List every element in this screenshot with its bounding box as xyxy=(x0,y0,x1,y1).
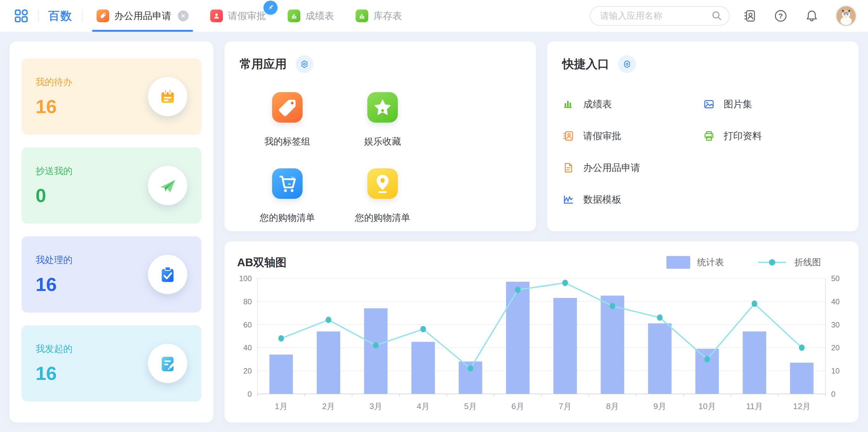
svg-text:4月: 4月 xyxy=(417,402,430,411)
stat-label: 我发起的 xyxy=(36,343,72,355)
legend-bar-swatch xyxy=(666,256,690,269)
app-label: 娱乐收藏 xyxy=(364,135,401,148)
user-avatar[interactable] xyxy=(836,5,857,26)
bar-chart-icon xyxy=(355,9,368,22)
quick-entry-label: 图片集 xyxy=(724,98,752,111)
legend-line-symbol xyxy=(757,258,787,267)
svg-text:20: 20 xyxy=(243,367,252,375)
stat-text: 我发起的 16 xyxy=(36,343,72,384)
svg-text:100: 100 xyxy=(239,274,252,283)
tab-inventory-sheet[interactable]: 库存表 xyxy=(351,0,406,32)
settings-gear-icon[interactable] xyxy=(618,55,636,73)
legend-label: 折线图 xyxy=(794,256,821,268)
svg-text:6月: 6月 xyxy=(512,402,524,411)
svg-text:20: 20 xyxy=(831,343,840,352)
quick-entry-label: 成绩表 xyxy=(583,98,612,111)
app-shopping-list-pin[interactable]: 您的购物清单 xyxy=(335,168,430,224)
svg-text:9月: 9月 xyxy=(653,402,666,411)
person-icon xyxy=(210,9,223,22)
quick-entry-panel: 快捷入口 成绩表 请假审批 办公用品申请 数据模板 xyxy=(547,41,859,231)
quick-entry-header: 快捷入口 xyxy=(562,55,843,73)
svg-text:8月: 8月 xyxy=(606,402,619,411)
svg-text:50: 50 xyxy=(831,274,840,283)
svg-text:40: 40 xyxy=(243,343,252,352)
stat-card-cc-to-me[interactable]: 抄送我的 0 xyxy=(22,147,201,224)
section-title: 常用应用 xyxy=(240,56,287,72)
stat-value: 16 xyxy=(36,363,72,384)
stat-text: 抄送我的 0 xyxy=(36,165,72,206)
cart-icon xyxy=(272,168,303,199)
quick-entry-label: 打印资料 xyxy=(724,129,762,143)
search-input[interactable] xyxy=(590,6,730,26)
app-entertainment-favorites[interactable]: 娱乐收藏 xyxy=(335,92,430,148)
quick-entry-office-supplies[interactable]: 办公用品申请 xyxy=(562,152,703,183)
tag-icon xyxy=(96,9,109,22)
notifications-bell-icon[interactable] xyxy=(805,8,819,23)
legend-line-series[interactable]: 折线图 xyxy=(757,256,821,268)
document-icon xyxy=(562,162,574,174)
common-apps-panel: 常用应用 我的标签组 娱乐收藏 您的购物清单 您的购 xyxy=(224,41,536,231)
stat-value: 16 xyxy=(36,96,72,118)
quick-entry-label: 办公用品申请 xyxy=(583,161,640,174)
quick-entry-score-sheet[interactable]: 成绩表 xyxy=(562,88,703,120)
memo-icon xyxy=(148,77,187,116)
settings-gear-icon[interactable] xyxy=(296,55,313,73)
svg-text:10: 10 xyxy=(831,367,840,375)
legend-bar-series[interactable]: 统计表 xyxy=(666,256,724,269)
star-icon xyxy=(367,92,398,123)
bar-chart-icon xyxy=(562,98,574,110)
pulse-chart-icon xyxy=(562,194,574,205)
chart-title: AB双轴图 xyxy=(237,255,287,270)
tab-score-sheet[interactable]: 成绩表 xyxy=(283,0,338,32)
image-icon xyxy=(703,98,715,110)
pin-icon xyxy=(264,1,277,15)
svg-text:3月: 3月 xyxy=(369,402,382,411)
quick-entry-image-gallery[interactable]: 图片集 xyxy=(703,88,843,120)
bar-chart-icon xyxy=(288,9,300,22)
clipboard-check-icon xyxy=(148,255,187,294)
quick-entry-column-right: 图片集 打印资料 xyxy=(703,88,843,215)
section-title: 快捷入口 xyxy=(562,56,609,72)
svg-text:2月: 2月 xyxy=(322,402,335,411)
stat-label: 我的待办 xyxy=(36,76,72,89)
divider xyxy=(82,10,83,22)
app-shopping-list-cart[interactable]: 您的购物清单 xyxy=(240,168,335,224)
quick-entry-print-materials[interactable]: 打印资料 xyxy=(703,120,843,152)
svg-text:40: 40 xyxy=(831,297,840,306)
stat-label: 抄送我的 xyxy=(36,165,72,178)
topbar: 百数 办公用品申请 请假审批 成绩表 xyxy=(0,0,868,32)
close-icon[interactable] xyxy=(178,10,189,21)
search-icon[interactable] xyxy=(711,10,722,22)
svg-text:0: 0 xyxy=(248,390,252,398)
quick-entry-label: 请假审批 xyxy=(583,129,621,143)
tab-office-supplies[interactable]: 办公用品申请 xyxy=(92,0,193,32)
chart-legend: 统计表 折线图 xyxy=(666,256,821,269)
divider xyxy=(38,10,39,22)
help-icon[interactable]: ? xyxy=(773,8,788,23)
quick-entry-column-left: 成绩表 请假审批 办公用品申请 数据模板 xyxy=(562,88,703,215)
svg-text:5月: 5月 xyxy=(464,402,477,411)
workflow-stats-panel: 我的待办 16 抄送我的 0 我处理的 16 我发起的 16 xyxy=(9,41,213,423)
stat-value: 16 xyxy=(36,273,72,295)
brand-area: 百数 xyxy=(14,8,92,24)
leave-approval-icon xyxy=(562,130,574,142)
stat-card-my-todo[interactable]: 我的待办 16 xyxy=(22,58,201,135)
tab-label: 请假审批 xyxy=(228,9,266,23)
contacts-icon[interactable] xyxy=(742,8,757,23)
note-pencil-icon xyxy=(148,344,187,383)
svg-text:30: 30 xyxy=(831,320,840,329)
dual-axis-chart: 020406080100010203040501月2月3月4月5月6月7月8月9… xyxy=(237,272,846,416)
stat-card-initiated-by-me[interactable]: 我发起的 16 xyxy=(22,325,201,402)
quick-entry-leave-approval[interactable]: 请假审批 xyxy=(562,120,703,152)
dual-axis-chart-panel: AB双轴图 统计表 折线图 020406080100010203040501月2… xyxy=(224,241,859,423)
app-grid-icon[interactable] xyxy=(14,8,29,23)
app-search xyxy=(590,6,730,26)
apps-grid: 我的标签组 娱乐收藏 您的购物清单 您的购物清单 xyxy=(240,92,521,244)
tab-leave-approval[interactable]: 请假审批 xyxy=(206,0,271,32)
stat-text: 我处理的 16 xyxy=(36,254,72,295)
printer-icon xyxy=(703,130,715,142)
stat-card-handled-by-me[interactable]: 我处理的 16 xyxy=(22,236,201,313)
quick-entry-data-template[interactable]: 数据模板 xyxy=(562,183,703,215)
svg-text:7月: 7月 xyxy=(559,402,571,411)
app-my-tag-group[interactable]: 我的标签组 xyxy=(240,92,335,148)
